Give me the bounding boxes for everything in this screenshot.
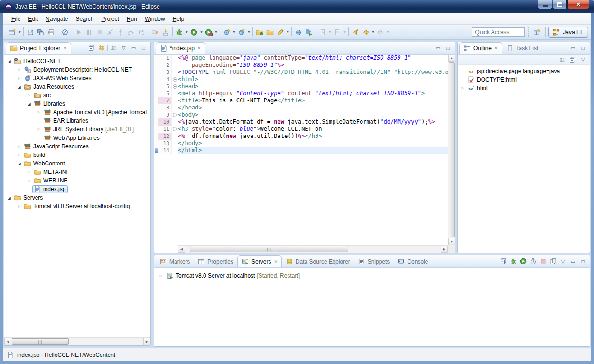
code-editor[interactable]: 1<%@ page language="java" contentType="t… <box>154 55 455 253</box>
suspend-icon[interactable] <box>84 27 94 37</box>
start-server-icon[interactable] <box>519 257 527 265</box>
back-icon[interactable] <box>361 27 371 37</box>
close-tab-icon[interactable]: ✕ <box>197 46 201 51</box>
collapsed-arrow-icon[interactable]: ▷ <box>26 170 32 174</box>
close-tab-icon[interactable]: ✕ <box>494 46 498 51</box>
new-wizard-icon[interactable] <box>7 27 18 37</box>
collapsed-arrow-icon[interactable]: ▷ <box>460 86 466 90</box>
forward-icon[interactable] <box>375 27 386 37</box>
run-icon[interactable] <box>189 27 199 37</box>
menu-file[interactable]: File <box>8 14 24 24</box>
save-icon[interactable] <box>25 27 36 37</box>
scroll-down-icon[interactable]: ▼ <box>448 238 455 245</box>
tree-item-jre-system-library[interactable]: ▷JRE System Library [Jre1.8_31] <box>4 125 150 134</box>
highlighter-icon[interactable] <box>275 27 286 37</box>
collapsed-arrow-icon[interactable]: ▷ <box>16 68 22 72</box>
quick-access-input[interactable] <box>472 27 525 37</box>
highlighter-dropdown-icon[interactable]: ▾ <box>286 30 290 34</box>
editor-vscrollbar[interactable]: ▲ ▼ <box>448 55 455 245</box>
step-return-icon[interactable] <box>136 27 147 37</box>
menu-window[interactable]: Window <box>141 14 169 24</box>
save-all-icon[interactable] <box>36 27 46 37</box>
collapsed-arrow-icon[interactable]: ▷ <box>16 204 22 208</box>
last-edit-location-icon[interactable] <box>350 27 361 37</box>
disconnect-icon[interactable] <box>105 27 115 37</box>
debug-dropdown-icon[interactable]: ▾ <box>185 30 189 34</box>
maximize-view-icon[interactable]: □ <box>444 44 452 52</box>
scrollbar-thumb[interactable]: ||| <box>190 246 348 252</box>
menu-project[interactable]: Project <box>97 14 122 24</box>
view-menu-icon[interactable]: ▽ <box>559 257 567 265</box>
tab-task-list[interactable]: Task List <box>502 42 542 54</box>
expanded-arrow-icon[interactable]: ◢ <box>16 85 22 89</box>
expand-arrow-icon[interactable]: ▷ <box>158 274 164 278</box>
menu-help[interactable]: Help <box>169 14 188 24</box>
tree-item-javascript-resources[interactable]: ▷JavaScript Resources <box>4 142 150 151</box>
fold-collapse-icon[interactable]: − <box>173 84 177 89</box>
drop-to-frame-icon[interactable] <box>160 27 171 37</box>
collapse-all-icon[interactable] <box>87 44 95 52</box>
collapsed-arrow-icon[interactable]: ▷ <box>26 179 32 182</box>
run-dropdown-icon[interactable]: ▾ <box>199 30 204 34</box>
title-bar[interactable]: Java EE - HelloCCL-NET/WebContent/index.… <box>0 0 594 13</box>
step-over-icon[interactable] <box>126 27 136 37</box>
tree-item-jax-ws-web-services[interactable]: ▷JAX-WS Web Services <box>4 74 150 82</box>
debug-icon[interactable] <box>174 27 185 37</box>
debug-server-icon[interactable] <box>509 257 517 265</box>
menu-edit[interactable]: Edit <box>24 14 42 24</box>
profile-icon[interactable] <box>204 27 214 37</box>
new-web-service-client-icon[interactable]: S <box>236 27 247 37</box>
next-annotation-icon[interactable] <box>317 27 328 37</box>
scrollbar-thumb[interactable] <box>449 62 455 237</box>
tab-snippets[interactable]: Snippets <box>354 255 394 267</box>
tree-item-build[interactable]: ▷build <box>4 151 150 159</box>
tree-item-apache-tomcat-v8-0-apache-tomcat[interactable]: ▷Apache Tomcat v8.0 [Apache Tomcat <box>4 108 150 117</box>
tree-item-web-inf[interactable]: ▷WEB-INF <box>4 176 150 185</box>
tab-servers[interactable]: Servers✕ <box>237 255 282 267</box>
print-icon[interactable] <box>46 27 56 37</box>
maximize-view-icon[interactable]: □ <box>579 44 587 52</box>
collapsed-arrow-icon[interactable]: ▷ <box>36 110 42 114</box>
scrollbar-thumb[interactable]: ||| <box>12 338 69 345</box>
launch-ws-explorer-icon[interactable] <box>304 27 314 37</box>
collapsed-arrow-icon[interactable]: ▷ <box>16 153 22 157</box>
maximize-view-icon[interactable]: □ <box>139 44 148 52</box>
resume-icon[interactable] <box>74 27 84 37</box>
collapsed-arrow-icon[interactable]: ▷ <box>16 76 22 80</box>
editor-hscrollbar[interactable]: ◀ ||| ▶ <box>178 245 448 253</box>
previous-annotation-icon[interactable] <box>332 27 343 37</box>
collapse-all-icon[interactable] <box>499 257 507 265</box>
tree-item-src[interactable]: ▷src <box>4 91 150 100</box>
profile-dropdown-icon[interactable]: ▾ <box>214 30 218 34</box>
tree-item-deployment-descriptor-helloccl-net[interactable]: ▷3.1Deployment Descriptor: HelloCCL-NET <box>4 65 150 74</box>
focus-icon[interactable] <box>110 44 118 52</box>
maximize-button[interactable] <box>553 0 567 9</box>
scroll-left-icon[interactable]: ◀ <box>4 338 11 345</box>
status-grip[interactable]: ⋮⋮ <box>453 351 457 359</box>
tab-outline[interactable]: Outline ✕ <box>459 42 502 54</box>
minimize-button[interactable] <box>538 0 552 9</box>
open-perspective-icon[interactable] <box>532 27 542 37</box>
maximize-view-icon[interactable]: □ <box>579 257 587 265</box>
tree-item-ear-libraries[interactable]: EAR Libraries <box>4 117 150 125</box>
tab-console[interactable]: Console <box>393 255 432 267</box>
step-into-icon[interactable] <box>115 27 126 37</box>
close-tab-icon[interactable]: ✕ <box>63 46 67 51</box>
tab-properties[interactable]: Properties <box>194 255 237 267</box>
tree-item-jsp-directive-page-language-java[interactable]: <>jsp:directive.page language=java <box>458 67 590 75</box>
tree-item-webcontent[interactable]: ◢WebContent <box>4 159 150 168</box>
tab-project-explorer[interactable]: Project Explorer ✕ <box>6 42 71 54</box>
view-menu-icon[interactable]: ▽ <box>120 44 128 52</box>
expanded-arrow-icon[interactable]: ◢ <box>6 59 12 64</box>
expanded-arrow-icon[interactable]: ◢ <box>16 162 22 166</box>
scroll-right-icon[interactable]: ▶ <box>441 246 448 253</box>
fold-collapse-icon[interactable]: − <box>173 113 177 117</box>
minimize-view-icon[interactable]: ▭ <box>434 44 442 52</box>
publish-server-icon[interactable] <box>549 257 557 265</box>
close-tab-icon[interactable]: ✕ <box>274 259 278 264</box>
new-wizard-dropdown-icon[interactable]: ▾ <box>18 30 22 34</box>
link-with-editor-icon[interactable] <box>97 44 105 52</box>
expanded-arrow-icon[interactable]: ◢ <box>26 102 32 106</box>
forward-dropdown-icon[interactable]: ▾ <box>386 30 390 34</box>
skip-all-breakpoints-icon[interactable] <box>60 27 70 37</box>
